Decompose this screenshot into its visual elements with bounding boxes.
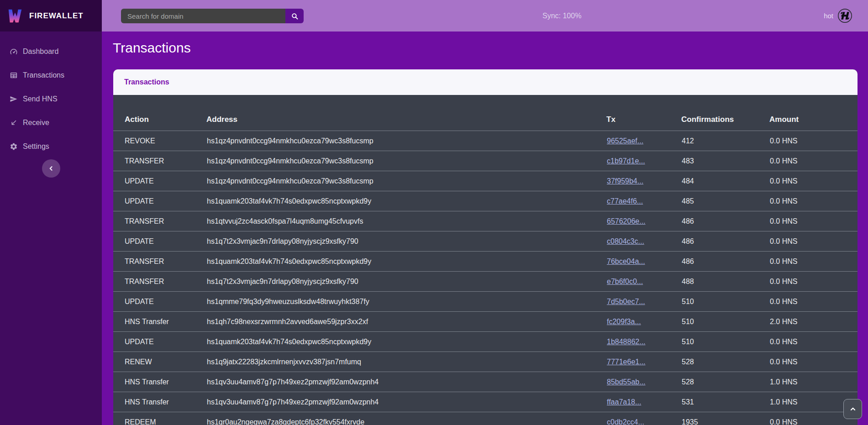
table-row: UPDATEhs1quamk203taf4vk7h74s0edxpwc85ncp… [113,332,857,352]
tx-link[interactable]: fc209f3a... [607,318,641,325]
scroll-to-top-button[interactable] [843,399,862,419]
amount-cell: 2.0 HNS [769,312,857,332]
page-title: Transactions [113,40,191,56]
handshake-logo-icon [837,8,852,23]
confirmations-cell: 486 [681,231,769,252]
confirmations-cell: 483 [681,151,769,171]
confirmations-cell: 510 [681,332,769,352]
amount-cell: 0.0 HNS [769,231,857,252]
tx-link[interactable]: 7771e6e1... [607,358,646,366]
transactions-table-body: REVOKEhs1qz4pnvdnt0ccg94nmkhcu0ezca79wc3… [113,131,857,425]
table-row: UPDATEhs1q7t2x3vmjac9n7drlapy08nyjyscjz9… [113,231,857,252]
amount-cell: 0.0 HNS [769,151,857,171]
table-row: TRANSFERhs1quamk203taf4vk7h74s0edxpwc85n… [113,252,857,272]
sidebar-item-receive[interactable]: Receive [0,111,102,135]
address-cell: hs1q9jatx22283jzkcmlrnenjxvvzv387jsn7mfu… [206,352,606,372]
table-row: HNS Transferhs1qh7c98nexsrzwrmnh2avved6a… [113,312,857,332]
sidebar-item-label: Send HNS [23,95,58,103]
sidebar-item-transactions[interactable]: Transactions [0,63,102,87]
action-cell: HNS Transfer [113,392,206,412]
action-cell: TRANSFER [113,272,206,292]
tx-cell: 96525aef... [606,131,681,151]
table-row: HNS Transferhs1qv3uu4amv87g7p7h49xez2pmz… [113,372,857,392]
tx-link[interactable]: 6576206e... [607,217,646,225]
confirmations-cell: 485 [681,191,769,211]
address-cell: hs1qz4pnvdnt0ccg94nmkhcu0ezca79wc3s8fucs… [206,151,606,171]
address-cell: hs1qmme79fq3dy9hweuzuslksdw48trwuyhkt387… [206,292,606,312]
tx-link[interactable]: e7b6f0c0... [607,278,643,285]
transactions-icon [9,71,18,80]
sidebar-item-label: Receive [23,119,49,127]
tx-link[interactable]: ffaa7a18... [607,398,641,406]
confirmations-cell: 484 [681,171,769,191]
table-header-row: ActionAddressTxConfirmationsAmount [113,95,857,131]
amount-cell: 0.0 HNS [769,272,857,292]
table-row: UPDATEhs1qz4pnvdnt0ccg94nmkhcu0ezca79wc3… [113,171,857,191]
confirmations-cell: 486 [681,252,769,272]
wallet-name: hot [824,12,833,20]
action-cell: TRANSFER [113,151,206,171]
address-cell: hs1qz4pnvdnt0ccg94nmkhcu0ezca79wc3s8fucs… [206,171,606,191]
tx-cell: c1b97d1e... [606,151,681,171]
sidebar-item-settings[interactable]: Settings [0,135,102,158]
card-header: Transactions [113,69,857,95]
confirmations-cell: 486 [681,211,769,231]
address-cell: hs1qv3uu4amv87g7p7h49xez2pmzwjf92am0wzpn… [206,372,606,392]
tx-cell: e7b6f0c0... [606,272,681,292]
search-button[interactable] [285,9,304,23]
tx-cell: c0db2cc4... [606,412,681,425]
sidebar-item-label: Settings [23,142,49,151]
tx-link[interactable]: c1b97d1e... [607,157,645,165]
table-row: REDEEMhs1qr0au2ngegwa7za8gdeptc6fp32fkv5… [113,412,857,425]
tx-link[interactable]: 96525aef... [607,137,643,145]
receive-icon [9,119,18,127]
tx-cell: 37f959b4... [606,171,681,191]
confirmations-cell: 528 [681,352,769,372]
action-cell: UPDATE [113,191,206,211]
sidebar-nav: DashboardTransactionsSend HNSReceiveSett… [0,31,102,158]
table-row: TRANSFERhs1q7t2x3vmjac9n7drlapy08nyjyscj… [113,272,857,292]
domain-search [121,9,304,23]
action-cell: REDEEM [113,412,206,425]
table-row: UPDATEhs1qmme79fq3dy9hweuzuslksdw48trwuy… [113,292,857,312]
tx-link[interactable]: 76bce04a... [607,257,645,265]
tx-link[interactable]: c0804c3c... [607,237,644,245]
column-header-amount: Amount [769,95,857,131]
tx-link[interactable]: 37f959b4... [607,177,643,185]
sidebar-item-send-hns[interactable]: Send HNS [0,87,102,111]
action-cell: HNS Transfer [113,312,206,332]
tx-link[interactable]: c0db2cc4... [607,418,644,425]
confirmations-cell: 510 [681,312,769,332]
address-cell: hs1quamk203taf4vk7h74s0edxpwc85ncptxwpkd… [206,332,606,352]
tx-cell: 6576206e... [606,211,681,231]
column-header-confirmations: Confirmations [681,95,769,131]
tx-cell: c77ae4f6... [606,191,681,211]
sidebar-collapse-button[interactable] [42,159,60,178]
search-input[interactable] [121,9,285,23]
tx-link[interactable]: 85bd55ab... [607,378,646,386]
action-cell: REVOKE [113,131,206,151]
sidebar-item-dashboard[interactable]: Dashboard [0,40,102,63]
action-cell: TRANSFER [113,252,206,272]
amount-cell: 0.0 HNS [769,352,857,372]
confirmations-cell: 1935 [681,412,769,425]
tx-link[interactable]: c77ae4f6... [607,197,643,205]
chevron-up-icon [849,405,857,413]
sync-status: Sync: 100% [542,0,581,31]
column-header-address: Address [206,95,606,131]
tx-link[interactable]: 1b848862... [607,338,646,346]
amount-cell: 0.0 HNS [769,332,857,352]
tx-cell: 7d5b0ec7... [606,292,681,312]
amount-cell: 0.0 HNS [769,252,857,272]
action-cell: UPDATE [113,292,206,312]
wallet-indicator[interactable]: hot [824,0,852,31]
tx-cell: 76bce04a... [606,252,681,272]
app-window: FIREWALLET DashboardTransactionsSend HNS… [0,0,868,425]
amount-cell: 0.0 HNS [769,191,857,211]
brand: FIREWALLET [0,0,102,31]
address-cell: hs1qtvvuj2zc4asck0fspa7l4uqm8umg45cfvupv… [206,211,606,231]
amount-cell: 1.0 HNS [769,372,857,392]
tx-cell: ffaa7a18... [606,392,681,412]
firewallet-w-logo-icon [6,7,24,25]
tx-link[interactable]: 7d5b0ec7... [607,298,645,305]
